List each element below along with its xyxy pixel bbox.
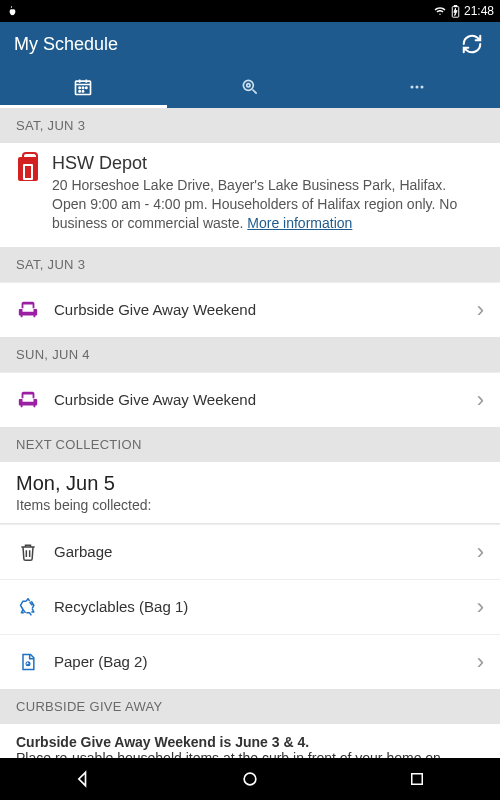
- trash-icon: [16, 540, 40, 564]
- svg-point-5: [86, 87, 87, 88]
- list-item-garbage[interactable]: Garbage ›: [0, 524, 500, 579]
- recycle-icon: [16, 595, 40, 619]
- svg-rect-1: [454, 5, 456, 6]
- list-item-recyclables[interactable]: Recyclables (Bag 1) ›: [0, 579, 500, 634]
- svg-point-12: [420, 86, 423, 89]
- list-item-curbside[interactable]: Curbside Give Away Weekend ›: [0, 372, 500, 427]
- tab-bar: [0, 66, 500, 108]
- recent-apps-button[interactable]: [404, 766, 430, 792]
- home-button[interactable]: [237, 766, 263, 792]
- chair-icon: [16, 298, 40, 322]
- back-button[interactable]: [70, 766, 96, 792]
- list-item-curbside[interactable]: Curbside Give Away Weekend ›: [0, 282, 500, 337]
- next-collection-date: Mon, Jun 5: [0, 462, 500, 495]
- chair-icon: [16, 388, 40, 412]
- paper-icon: [16, 650, 40, 674]
- android-nav-bar: [0, 758, 500, 800]
- section-header: NEXT COLLECTION: [0, 427, 500, 462]
- wifi-icon: [433, 5, 447, 17]
- tab-more[interactable]: [333, 66, 500, 108]
- chevron-right-icon: ›: [477, 649, 484, 675]
- tab-calendar[interactable]: [0, 66, 167, 108]
- chevron-right-icon: ›: [477, 387, 484, 413]
- depot-row[interactable]: HSW Depot 20 Horseshoe Lake Drive, Bayer…: [0, 143, 500, 247]
- chevron-right-icon: ›: [477, 539, 484, 565]
- chevron-right-icon: ›: [477, 297, 484, 323]
- svg-point-6: [79, 91, 80, 92]
- section-header: CURBSIDE GIVE AWAY: [0, 689, 500, 724]
- next-collection-sub: Items being collected:: [0, 495, 500, 523]
- svg-point-11: [415, 86, 418, 89]
- status-time: 21:48: [464, 4, 494, 18]
- fuel-can-icon: [18, 157, 38, 181]
- svg-point-3: [79, 87, 80, 88]
- svg-point-10: [410, 86, 413, 89]
- status-bar: 21:48: [0, 0, 500, 22]
- list-item-paper[interactable]: Paper (Bag 2) ›: [0, 634, 500, 689]
- svg-point-7: [83, 91, 84, 92]
- section-header: SAT, JUN 3: [0, 247, 500, 282]
- app-header: My Schedule: [0, 22, 500, 108]
- svg-point-14: [244, 773, 256, 785]
- more-information-link[interactable]: More information: [247, 215, 352, 231]
- svg-point-8: [243, 80, 253, 90]
- schedule-content[interactable]: SAT, JUN 3 HSW Depot 20 Horseshoe Lake D…: [0, 108, 500, 758]
- list-item-label: Curbside Give Away Weekend: [54, 301, 463, 318]
- page-title: My Schedule: [14, 34, 118, 55]
- battery-icon: [451, 5, 460, 18]
- curbside-info: Curbside Give Away Weekend is June 3 & 4…: [0, 724, 500, 758]
- list-item-label: Paper (Bag 2): [54, 653, 463, 670]
- list-item-label: Curbside Give Away Weekend: [54, 391, 463, 408]
- refresh-button[interactable]: [458, 30, 486, 58]
- chevron-right-icon: ›: [477, 594, 484, 620]
- depot-description: 20 Horseshoe Lake Drive, Bayer's Lake Bu…: [52, 176, 484, 233]
- svg-point-9: [247, 84, 250, 87]
- tab-search[interactable]: [167, 66, 334, 108]
- apple-icon: [6, 5, 18, 17]
- svg-rect-15: [411, 774, 422, 785]
- section-header: SUN, JUN 4: [0, 337, 500, 372]
- svg-point-4: [83, 87, 84, 88]
- depot-title: HSW Depot: [52, 153, 484, 174]
- list-item-label: Garbage: [54, 543, 463, 560]
- section-header: SAT, JUN 3: [0, 108, 500, 143]
- list-item-label: Recyclables (Bag 1): [54, 598, 463, 615]
